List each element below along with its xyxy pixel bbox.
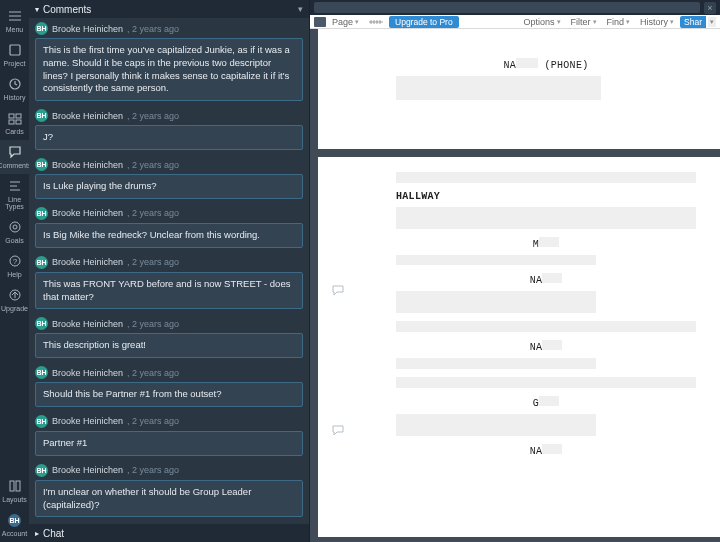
left-rail: Menu Project History Cards Comments Line… bbox=[0, 0, 29, 542]
avatar-icon: BH bbox=[35, 415, 48, 428]
comment-body[interactable]: Is Big Mike the redneck? Unclear from th… bbox=[35, 223, 303, 248]
comment-body[interactable]: J? bbox=[35, 125, 303, 150]
scene-heading: HALLWAY bbox=[396, 191, 696, 202]
comment-icon bbox=[7, 144, 23, 160]
ruler-button[interactable] bbox=[365, 18, 387, 26]
comments-header[interactable]: ▾ Comments ▾ bbox=[29, 0, 309, 18]
panel-menu-icon[interactable]: ▾ bbox=[298, 4, 303, 14]
menu-icon bbox=[7, 8, 23, 24]
rail-account[interactable]: BH Account bbox=[0, 508, 29, 542]
avatar-icon: BH bbox=[35, 207, 48, 220]
comments-panel: ▾ Comments ▾ BH Brooke Heinichen, 2 year… bbox=[29, 0, 310, 542]
rail-project[interactable]: Project bbox=[0, 38, 29, 72]
history-dropdown[interactable]: History▾ bbox=[636, 17, 678, 27]
search-input[interactable] bbox=[314, 2, 700, 13]
comment-header: BH Brooke Heinichen, 2 years ago bbox=[35, 20, 303, 38]
rail-label: Goals bbox=[5, 237, 23, 244]
comment-body[interactable]: This is the first time you've capitalize… bbox=[35, 38, 303, 101]
upgrade-button[interactable]: Upgrade to Pro bbox=[389, 16, 459, 28]
format-icon[interactable] bbox=[314, 17, 326, 27]
comment-header: BH Brooke Heinichen, 2 years ago bbox=[35, 462, 303, 480]
comment-time: , 2 years ago bbox=[127, 111, 179, 121]
rail-history[interactable]: History bbox=[0, 72, 29, 106]
comment-body[interactable]: Partner #1 bbox=[35, 431, 303, 456]
rail-goals[interactable]: Goals bbox=[0, 215, 29, 249]
comment-time: , 2 years ago bbox=[127, 465, 179, 475]
comment-body[interactable]: This was FRONT YARD before and is now ST… bbox=[35, 272, 303, 310]
comment-time: , 2 years ago bbox=[127, 368, 179, 378]
comment-item[interactable]: BH Brooke Heinichen, 2 years ago Partner… bbox=[35, 413, 303, 456]
comment-author: Brooke Heinichen bbox=[52, 257, 123, 267]
action-line bbox=[396, 377, 696, 391]
find-dropdown[interactable]: Find▾ bbox=[603, 17, 635, 27]
character-line: NA bbox=[396, 273, 696, 286]
upgrade-icon bbox=[7, 287, 23, 303]
comment-item[interactable]: BH Brooke Heinichen, 2 years ago Is Luke… bbox=[35, 156, 303, 199]
rail-label: Help bbox=[7, 271, 21, 278]
comment-author: Brooke Heinichen bbox=[52, 368, 123, 378]
share-caret[interactable]: ▾ bbox=[708, 17, 716, 27]
comment-item[interactable]: BH Brooke Heinichen, 2 years ago This is… bbox=[35, 20, 303, 101]
panel-title: Comments bbox=[43, 4, 91, 15]
svg-rect-11 bbox=[10, 481, 14, 491]
chat-footer[interactable]: ▸ Chat bbox=[29, 524, 309, 542]
target-icon bbox=[7, 219, 23, 235]
rail-layouts[interactable]: Layouts bbox=[0, 474, 29, 508]
svg-point-7 bbox=[13, 225, 17, 229]
character-line: G bbox=[396, 396, 696, 409]
avatar-icon: BH bbox=[35, 464, 48, 477]
rail-label: Comments bbox=[0, 162, 31, 169]
page-dropdown[interactable]: Page▾ bbox=[328, 17, 363, 27]
rail-label: Line Types bbox=[0, 196, 29, 210]
rail-linetypes[interactable]: Line Types bbox=[0, 174, 29, 215]
comment-body[interactable]: Is Luke playing the drums? bbox=[35, 174, 303, 199]
filter-dropdown[interactable]: Filter▾ bbox=[567, 17, 601, 27]
comment-time: , 2 years ago bbox=[127, 416, 179, 426]
page: NA (PHONE) bbox=[318, 29, 720, 149]
comment-header: BH Brooke Heinichen, 2 years ago bbox=[35, 156, 303, 174]
document-area[interactable]: NA (PHONE) HALLWAY M NA NA G bbox=[310, 29, 720, 542]
comment-item[interactable]: BH Brooke Heinichen, 2 years ago I'm unc… bbox=[35, 462, 303, 518]
share-button[interactable]: Shar bbox=[680, 16, 706, 28]
comment-item[interactable]: BH Brooke Heinichen, 2 years ago This wa… bbox=[35, 254, 303, 310]
comment-author: Brooke Heinichen bbox=[52, 319, 123, 329]
comment-body[interactable]: I'm unclear on whether it should be Grou… bbox=[35, 480, 303, 518]
page: HALLWAY M NA NA G NA bbox=[318, 157, 720, 537]
avatar-icon: BH bbox=[35, 109, 48, 122]
rail-label: Layouts bbox=[2, 496, 27, 503]
comment-header: BH Brooke Heinichen, 2 years ago bbox=[35, 413, 303, 431]
comment-author: Brooke Heinichen bbox=[52, 24, 123, 34]
comment-author: Brooke Heinichen bbox=[52, 160, 123, 170]
svg-rect-0 bbox=[10, 45, 20, 55]
comment-marker-icon[interactable] bbox=[332, 285, 344, 297]
character-line: M bbox=[396, 237, 696, 250]
svg-point-6 bbox=[10, 222, 20, 232]
comment-header: BH Brooke Heinichen, 2 years ago bbox=[35, 205, 303, 223]
action-line bbox=[396, 321, 696, 335]
rail-label: Menu bbox=[6, 26, 24, 33]
dialogue-line bbox=[396, 255, 696, 268]
comment-item[interactable]: BH Brooke Heinichen, 2 years ago Is Big … bbox=[35, 205, 303, 248]
close-button[interactable]: × bbox=[704, 2, 716, 14]
comment-header: BH Brooke Heinichen, 2 years ago bbox=[35, 107, 303, 125]
comment-body[interactable]: Should this be Partner #1 from the outse… bbox=[35, 382, 303, 407]
comment-item[interactable]: BH Brooke Heinichen, 2 years ago This de… bbox=[35, 315, 303, 358]
action-line bbox=[396, 207, 696, 232]
comment-item[interactable]: BH Brooke Heinichen, 2 years ago J? bbox=[35, 107, 303, 150]
rail-cards[interactable]: Cards bbox=[0, 106, 29, 140]
dialogue-line bbox=[396, 76, 696, 103]
comment-author: Brooke Heinichen bbox=[52, 111, 123, 121]
comment-marker-icon[interactable] bbox=[332, 425, 344, 437]
character-line: NA bbox=[396, 340, 696, 353]
avatar-icon: BH bbox=[35, 22, 48, 35]
rail-comments[interactable]: Comments bbox=[0, 140, 29, 174]
rail-menu[interactable]: Menu bbox=[0, 4, 29, 38]
options-dropdown[interactable]: Options▾ bbox=[519, 17, 564, 27]
chevron-right-icon: ▸ bbox=[35, 529, 39, 538]
comment-time: , 2 years ago bbox=[127, 319, 179, 329]
comment-item[interactable]: BH Brooke Heinichen, 2 years ago Should … bbox=[35, 364, 303, 407]
rail-help[interactable]: ? Help bbox=[0, 249, 29, 283]
comment-body[interactable]: This description is great! bbox=[35, 333, 303, 358]
rail-upgrade[interactable]: Upgrade bbox=[0, 283, 29, 317]
comments-list[interactable]: BH Brooke Heinichen, 2 years ago This is… bbox=[29, 18, 309, 524]
